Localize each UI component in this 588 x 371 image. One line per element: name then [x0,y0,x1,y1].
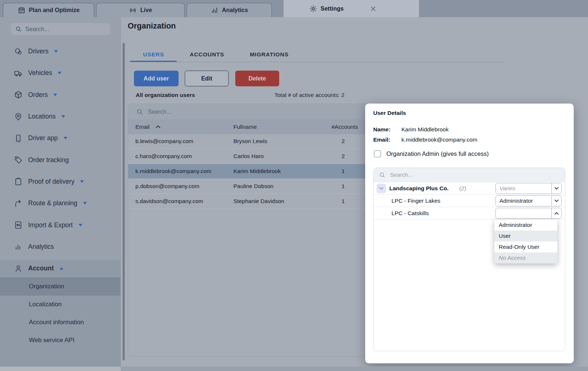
search-icon [15,26,22,33]
sidebar-scrollbar-thumb[interactable] [123,43,125,360]
org-admin-label: Organization Admin (gives full access) [386,150,489,157]
tab-label: Plan and Optimize [29,7,80,14]
add-user-button[interactable]: Add user [134,71,179,86]
chevron-down-icon [79,224,82,226]
tag-icon [14,155,23,164]
sidebar-item-label: Driver app [28,134,58,142]
cell-email: s.davidson@company.com [135,198,233,205]
cell-accounts: 1 [332,168,345,175]
panel-search-input[interactable] [390,172,514,178]
chevron-down-icon [58,72,61,74]
cell-accounts: 2 [332,153,345,160]
org-role-select[interactable]: Varies [495,183,562,194]
search-icon [379,172,386,179]
sidebar-search-input[interactable] [25,26,106,33]
sidebar-item-account-information[interactable]: Account information [0,314,120,331]
delete-button[interactable]: Delete [235,71,279,86]
truck-icon [14,69,23,78]
bar-chart-icon [210,6,218,14]
chevron-down-icon [54,50,58,53]
mobile-phone-icon [14,134,23,143]
collapse-expander-button[interactable] [377,184,386,193]
chevron-down-icon [61,115,65,118]
chevron-down-icon [53,94,57,96]
sidebar-item-web-service-api[interactable]: Web service API [0,331,120,349]
menu-item-read-only-user[interactable]: Read-Only User [494,241,557,252]
select-value: Varies [496,183,551,194]
close-icon[interactable] [370,5,377,12]
tab-label: Analytics [222,7,248,14]
table-search-input[interactable] [148,109,353,115]
cell-email: k.middlebrook@company.com [135,168,233,175]
org-admin-row: Organization Admin (gives full access) [374,150,489,157]
map-pin-icon [14,112,23,121]
tab-label: Live [140,7,152,14]
sidebar-item-label: Account [28,265,54,272]
chevron-down-icon [551,196,561,206]
tab-analytics[interactable]: Analytics [187,3,272,17]
menu-item-no-access: No Access [494,252,557,263]
sidebar-item-vehicles[interactable]: Vehicles [0,62,120,84]
menu-item-user[interactable]: User [494,231,557,241]
import-export-icon [14,221,23,229]
cell-email: c.haro@company.com [135,153,233,160]
account-name: LPC - Catskills [392,210,429,217]
tab-live[interactable]: Live [96,3,185,17]
sidebar-item-label: Import & Export [28,221,73,229]
sidebar-item-route-planning[interactable]: Route & planning [0,192,120,214]
live-broadcast-icon [129,6,137,14]
chevron-up-icon [551,208,561,218]
chevron-down-icon [83,202,87,205]
org-admin-checkbox[interactable] [374,150,381,157]
org-account-count: (2) [459,185,466,192]
tab-settings[interactable]: Settings [284,0,419,17]
org-tree-row: Landscaping Plus Co. (2) Varies [374,182,565,195]
top-tab-bar: Plan and Optimize Live Analytics Setting… [0,0,588,17]
tab-plan-and-optimize[interactable]: Plan and Optimize [3,3,94,17]
column-fullname[interactable]: Fullname [233,124,332,130]
panel-title: User Details [373,110,406,116]
sidebar-item-account[interactable]: Account [0,260,120,277]
cell-accounts: 2 [332,138,345,145]
catskills-role-select-open[interactable] [495,208,562,219]
edit-button[interactable]: Edit [185,71,229,86]
column-accounts[interactable]: #Accounts [332,124,345,130]
sidebar-item-proof-of-delivery[interactable]: Proof of delivery [0,171,120,192]
finger-lakes-role-select[interactable]: Administrator [495,195,562,206]
tab-migrations[interactable]: MIGRATIONS [237,47,302,62]
account-section: Account Organization Localization Accoun… [0,260,120,371]
sidebar-item-driver-app[interactable]: Driver app [0,127,120,149]
gear-icon [309,5,317,13]
sidebar-item-import-export[interactable]: Import & Export [0,214,120,236]
cell-fullname: Stephanie Davidson [233,198,332,205]
account-tree-row: LPC - Finger Lakes Administrator [374,195,565,207]
menu-item-administrator[interactable]: Administrator [494,220,557,231]
tab-users[interactable]: USERS [130,47,177,62]
column-email[interactable]: Email [135,124,233,130]
user-email-value: k.middlebrook@company.com [401,136,477,143]
chevron-down-icon [80,180,84,183]
user-email-row: Email: k.middlebrook@company.com [373,136,477,143]
user-name-row: Name: Karim Middlebrook [373,126,449,133]
bottom-strip [121,367,588,371]
cell-accounts: 1 [332,183,345,190]
sidebar-item-analytics[interactable]: Analytics [0,236,120,258]
list-label: All organization users [136,92,195,98]
cell-email: p.dobson@company.com [135,183,233,190]
org-name: Landscaping Plus Co. [389,185,449,192]
person-icon [14,264,23,273]
sidebar-item-locations[interactable]: Locations [0,106,120,127]
tab-accounts[interactable]: ACCOUNTS [177,47,237,62]
sidebar-item-order-tracking[interactable]: Order tracking [0,149,120,170]
sidebar-item-orders[interactable]: Orders [0,84,120,106]
sidebar-item-localization[interactable]: Localization [0,296,120,314]
app-window: Plan and Optimize Live Analytics Setting… [0,0,588,371]
cell-email: b.lewis@company.com [135,138,233,145]
sidebar-item-organization[interactable]: Organization [0,277,120,296]
sort-ascending-icon [156,125,161,128]
sidebar-item-drivers[interactable]: Drivers [0,41,120,62]
user-details-panel: User Details Name: Karim Middlebrook Ema… [365,104,574,363]
cell-fullname: Pauline Dobson [233,183,332,190]
cell-fullname: Carlos Haro [233,153,332,160]
calendar-icon [18,6,26,14]
